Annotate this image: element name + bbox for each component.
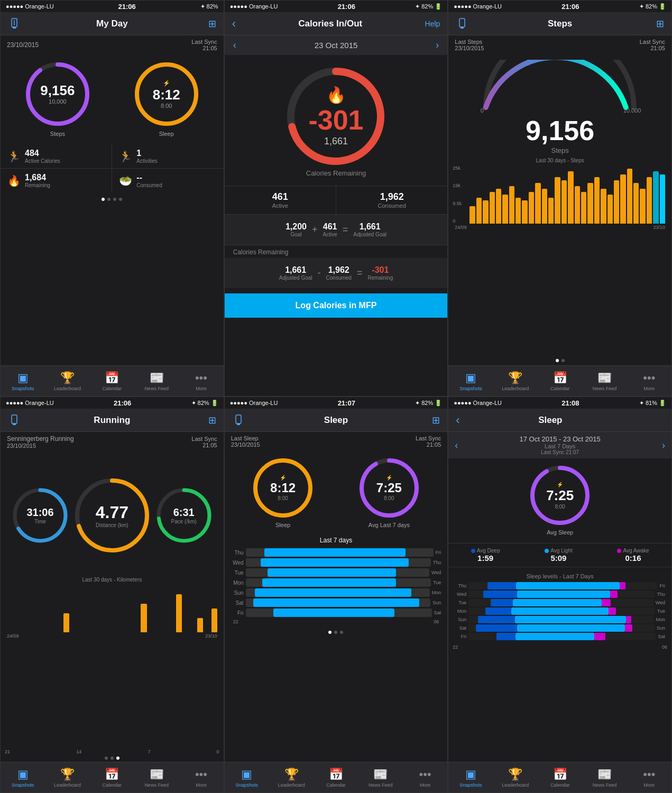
sleep-metric[interactable]: ⚡ 8:12 8:00 Sleep bbox=[132, 60, 201, 137]
sleep-track-fri bbox=[246, 608, 432, 617]
cal-adj-value: 1,661 bbox=[353, 222, 386, 232]
tab-snapshots[interactable]: ▣ Snapshots bbox=[1, 368, 45, 394]
tab-leaderboard-sleep[interactable]: 🏆 Leaderboard bbox=[269, 764, 314, 790]
sleep-next-wed: Thu bbox=[433, 560, 441, 565]
tab-calendar-sleep[interactable]: 📅 Calendar bbox=[314, 764, 358, 790]
steps-bar-21 bbox=[607, 195, 613, 224]
level-row-wed: Wed Thu bbox=[455, 591, 665, 598]
prev-date-button[interactable]: ‹ bbox=[233, 40, 236, 51]
awake-dot bbox=[617, 549, 621, 553]
tab-more-steps[interactable]: ••• More bbox=[627, 368, 671, 394]
sleep-detail-time-start: 22 bbox=[453, 644, 458, 650]
tab-bar-running: ▣ Snapshots 🏆 Leaderboard 📅 Calendar 📰 N… bbox=[1, 762, 224, 792]
level-seg-light-mon bbox=[511, 607, 608, 615]
steps-bar-25 bbox=[633, 183, 639, 224]
y-label-19k: 19k bbox=[453, 183, 465, 188]
sleep-avg-goal: 8:00 bbox=[376, 495, 402, 501]
tab-more-running[interactable]: ••• More bbox=[179, 764, 223, 790]
more-label: More bbox=[644, 782, 655, 788]
tab-snapshots-sleep[interactable]: ▣ Snapshots bbox=[225, 764, 269, 790]
consumed-label: Consumed bbox=[136, 182, 162, 188]
stat-active-calories[interactable]: 🏃 484 Active Calories bbox=[1, 144, 112, 168]
tab-more-sd[interactable]: ••• More bbox=[627, 764, 671, 790]
tab-leaderboard-steps[interactable]: 🏆 Leaderboard bbox=[493, 368, 538, 394]
tab-more[interactable]: ••• More bbox=[179, 368, 223, 394]
tab-newsfeed-running[interactable]: 📰 News Feed bbox=[134, 764, 179, 790]
sleep-sync-label: Last Sync bbox=[416, 435, 441, 441]
tab-calendar-sd[interactable]: 📅 Calendar bbox=[538, 764, 582, 790]
avg-light-header: Avg Light bbox=[545, 548, 573, 554]
sleep-prev-button[interactable]: ‹ bbox=[455, 440, 458, 451]
content-steps: Last Steps 23/10/2015 Last Sync 21:05 bbox=[448, 35, 671, 365]
steps-bar-9 bbox=[529, 192, 534, 224]
back-button[interactable]: ‹ bbox=[232, 17, 236, 31]
cal-active-label: Active bbox=[230, 202, 330, 209]
help-button[interactable]: Help bbox=[425, 20, 440, 28]
device-icon bbox=[456, 17, 468, 30]
time: 21:06 bbox=[338, 3, 355, 11]
tab-newsfeed-sleep[interactable]: 📰 News Feed bbox=[358, 764, 403, 790]
level-track-sat bbox=[468, 624, 655, 632]
sleep-detail-wrapper: ⚡ 7:25 8:00 bbox=[528, 464, 592, 527]
tab-leaderboard-running[interactable]: 🏆 Leaderboard bbox=[45, 764, 89, 790]
tab-snapshots-running[interactable]: ▣ Snapshots bbox=[1, 764, 45, 790]
level-seg-awake-sat bbox=[625, 624, 632, 632]
stat-remaining[interactable]: 🔥 1,684 Remaining bbox=[1, 169, 112, 192]
page-title-sleep-detail: Sleep bbox=[460, 415, 641, 426]
run-y-21: 21 bbox=[5, 749, 10, 754]
tab-leaderboard-sd[interactable]: 🏆 Leaderboard bbox=[493, 764, 538, 790]
grid-icon[interactable]: ⊞ bbox=[656, 19, 664, 29]
sleep-levels-title: Sleep levels - Last 7 Days bbox=[450, 571, 669, 581]
sleep-avg-value: 7:25 bbox=[376, 481, 402, 495]
tab-newsfeed-steps[interactable]: 📰 News Feed bbox=[582, 368, 627, 394]
remaining-value: 1,684 bbox=[25, 173, 50, 182]
steps-chart-title: Last 30 days - Steps bbox=[453, 158, 667, 163]
time: 21:06 bbox=[114, 399, 131, 407]
stat-activities[interactable]: 🏃 1 Activities bbox=[112, 144, 223, 168]
sleep-level-chart: Thu Fri Wed Thu bbox=[450, 581, 669, 642]
cal-adj2-value: 1,661 bbox=[279, 265, 312, 275]
newsfeed-label: News Feed bbox=[144, 782, 169, 788]
svg-text:0: 0 bbox=[481, 107, 484, 113]
grid-icon[interactable]: ⊞ bbox=[208, 415, 216, 426]
steps-bar-20 bbox=[601, 189, 606, 224]
level-seg-deep-mon bbox=[485, 607, 511, 615]
sleep-fill-sat bbox=[253, 598, 420, 607]
next-date-button[interactable]: › bbox=[436, 40, 439, 51]
steps-bar-6 bbox=[509, 186, 514, 224]
sleep-next-button[interactable]: › bbox=[662, 440, 665, 451]
tab-leaderboard[interactable]: 🏆 Leaderboard bbox=[45, 368, 89, 394]
steps-bar-19 bbox=[594, 177, 600, 224]
back-button-sleep[interactable]: ‹ bbox=[456, 413, 459, 427]
carrier: ●●●●● Orange-LU bbox=[230, 400, 278, 406]
steps-display: 9,156 Steps bbox=[448, 115, 671, 154]
sleep-time-end: 06 bbox=[434, 619, 439, 624]
level-next-wed: Thu bbox=[657, 592, 665, 597]
tab-snapshots-steps[interactable]: ▣ Snapshots bbox=[448, 368, 493, 394]
tab-more-sleep[interactable]: ••• More bbox=[403, 764, 447, 790]
tab-newsfeed[interactable]: 📰 News Feed bbox=[134, 368, 179, 394]
tab-calendar[interactable]: 📅 Calendar bbox=[90, 368, 134, 394]
log-calories-button[interactable]: Log Calories in MFP bbox=[225, 293, 448, 318]
calendar-label: Calendar bbox=[326, 782, 346, 788]
tab-snapshots-sd[interactable]: ▣ Snapshots bbox=[448, 764, 493, 790]
level-track-wed bbox=[468, 591, 655, 598]
calendar-icon: 📅 bbox=[553, 768, 567, 781]
date-text: 23/10/2015 bbox=[7, 41, 39, 49]
level-next-sat: Sun bbox=[657, 625, 665, 631]
more-label: More bbox=[644, 386, 655, 391]
sleep-period-label: Last 7 Days bbox=[520, 443, 601, 449]
steps-metric[interactable]: 9,156 10,000 Steps bbox=[23, 60, 92, 137]
stat-consumed[interactable]: 🥗 -- Consumed bbox=[112, 169, 223, 192]
grid-icon[interactable]: ⊞ bbox=[208, 19, 216, 29]
avg-deep-stat: Avg Deep 1:59 bbox=[471, 548, 500, 563]
grid-icon[interactable]: ⊞ bbox=[432, 415, 440, 426]
sleep-value: 8:12 bbox=[153, 88, 180, 102]
tab-calendar-steps[interactable]: 📅 Calendar bbox=[538, 368, 582, 394]
tab-newsfeed-sd[interactable]: 📰 News Feed bbox=[582, 764, 627, 790]
newsfeed-label: News Feed bbox=[369, 782, 393, 788]
run-time-label: Time bbox=[26, 519, 53, 524]
leaderboard-label: Leaderboard bbox=[502, 782, 529, 788]
tab-calendar-running[interactable]: 📅 Calendar bbox=[90, 764, 134, 790]
carrier: ●●●●● Orange-LU bbox=[454, 400, 502, 406]
